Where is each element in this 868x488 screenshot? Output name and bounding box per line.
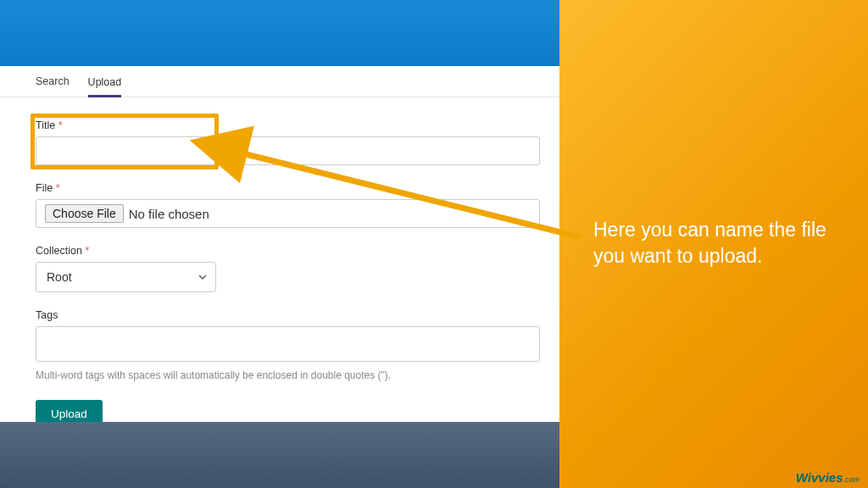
upload-form: Title * File * Choose File No file chose…: [0, 97, 559, 445]
file-label-text: File: [36, 182, 53, 194]
field-collection: Collection * Root: [36, 245, 524, 292]
collection-select[interactable]: Root: [36, 262, 216, 292]
bottom-strip: [0, 422, 559, 488]
tab-bar: Search Upload: [0, 66, 559, 97]
field-title: Title *: [36, 119, 524, 165]
file-input-row: Choose File No file chosen: [36, 199, 540, 228]
brand-suffix: .com: [843, 475, 860, 484]
tags-help-text: Multi-word tags with spaces will automat…: [36, 369, 524, 381]
tags-input[interactable]: [36, 326, 540, 362]
tab-upload[interactable]: Upload: [88, 67, 122, 97]
required-marker: *: [85, 245, 89, 257]
collection-select-wrap: Root: [36, 262, 216, 292]
field-tags: Tags Multi-word tags with spaces will au…: [36, 309, 524, 381]
annotation-text: Here you can name the file you want to u…: [593, 217, 848, 269]
tab-search[interactable]: Search: [36, 66, 70, 97]
title-label: Title *: [36, 119, 524, 131]
required-marker: *: [56, 182, 60, 194]
title-input[interactable]: [36, 136, 540, 165]
title-label-text: Title: [36, 119, 55, 131]
collection-label-text: Collection: [36, 245, 82, 257]
file-label: File *: [36, 182, 524, 194]
collection-label: Collection *: [36, 245, 524, 257]
field-file: File * Choose File No file chosen: [36, 182, 524, 228]
required-marker: *: [58, 119, 63, 131]
brand-logo: Wivvies.com: [796, 470, 860, 485]
brand-name: Wivvies: [796, 470, 843, 485]
tags-label: Tags: [36, 309, 524, 321]
app-window: Search Upload Title * File * Choose File…: [0, 0, 559, 422]
header-band: [0, 0, 559, 66]
choose-file-button[interactable]: Choose File: [45, 204, 124, 223]
file-status-text: No file chosen: [129, 207, 209, 221]
